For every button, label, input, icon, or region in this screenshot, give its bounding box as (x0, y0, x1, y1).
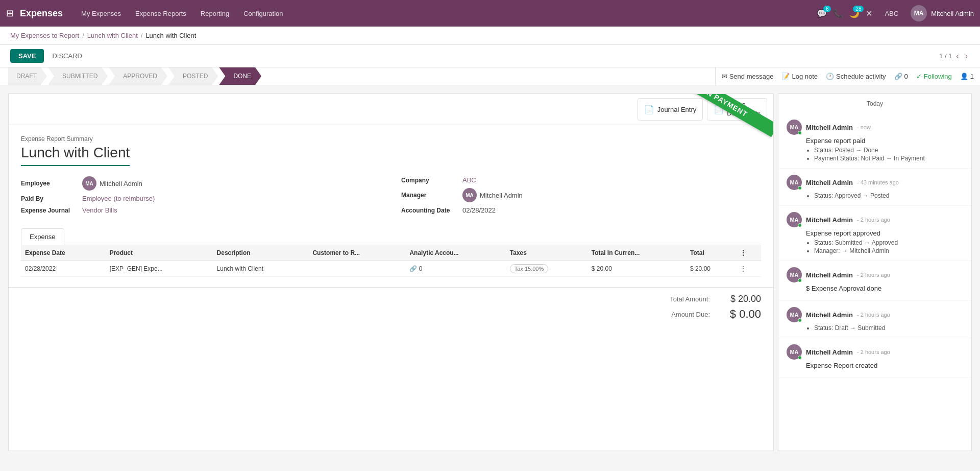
app-title[interactable]: Expenses (20, 8, 63, 19)
col-product: Product (106, 245, 213, 261)
chatter-text: $ Expense Approval done (806, 285, 963, 292)
save-button[interactable]: SAVE (10, 49, 44, 63)
chatter-details: Status: Submitted → Approved Manager: → … (806, 239, 963, 254)
chatter-message: MA Mitchell Admin - 2 hours ago $ Expens… (778, 261, 971, 301)
accounting-date-value: 02/28/2022 (462, 206, 496, 214)
chatter-panel: Today MA Mitchell Admin - now Expense re… (778, 93, 972, 451)
chatter-user-name: Mitchell Admin (806, 311, 853, 319)
chatter-avatar: MA (787, 175, 802, 190)
following-button[interactable]: ✓ Following (916, 73, 952, 80)
log-note-icon: 📝 (781, 73, 790, 80)
expense-journal-value[interactable]: Vendor Bills (82, 206, 117, 214)
attachments-count[interactable]: 🔗 0 (894, 73, 908, 80)
nav-reporting[interactable]: Reporting (194, 7, 235, 20)
close-icon[interactable]: ✕ (866, 9, 872, 18)
discard-button[interactable]: DISCARD (48, 49, 86, 63)
tabs: Expense (21, 228, 761, 245)
employee-value: MA Mitchell Admin (82, 176, 142, 191)
online-dot (798, 356, 802, 360)
manager-avatar: MA (462, 188, 477, 202)
accounting-date-field: Accounting Date 02/28/2022 (401, 206, 761, 214)
stage-draft[interactable]: DRAFT (8, 67, 47, 85)
action-bar-left: SAVE DISCARD (10, 49, 86, 63)
send-message-icon: ✉ (722, 73, 727, 80)
phone-icon[interactable]: 📞 (833, 9, 843, 18)
expense-table: Expense Date Product Description Custome… (21, 245, 761, 277)
chatter-time: - 2 hours ago (857, 272, 890, 278)
topnav-right: 💬 6 📞 🌙 28 ✕ ABC MA Mitchell Admin (817, 5, 974, 21)
chatter-message-header: MA Mitchell Admin - 2 hours ago (787, 267, 963, 282)
messages-badge: 6 (823, 6, 831, 12)
col-actions: ⋮ (736, 245, 761, 261)
breadcrumb-lunch-report[interactable]: Lunch with Client (87, 32, 138, 39)
nav-expense-reports[interactable]: Expense Reports (129, 7, 192, 20)
company-value[interactable]: ABC (462, 176, 476, 184)
col-total-currency: Total In Curren... (587, 245, 686, 261)
stage-posted[interactable]: POSTED (168, 67, 218, 85)
amount-due-row: Amount Due: $ 0.00 (649, 308, 761, 321)
row-menu[interactable]: ⋮ (736, 261, 761, 277)
chatter-avatar: MA (787, 120, 802, 135)
chatter-avatar: MA (787, 267, 802, 282)
table-row[interactable]: 02/28/2022 [EXP_GEN] Expe... Lunch with … (21, 261, 761, 277)
send-message-button[interactable]: ✉ Send message (722, 73, 774, 80)
chatter-text: Expense report paid (806, 137, 963, 145)
moon-icon[interactable]: 🌙 28 (849, 9, 860, 18)
journal-entry-button[interactable]: 📄 Journal Entry (638, 98, 703, 121)
amount-due-value: $ 0.00 (720, 308, 761, 321)
row-total: $ 20.00 (686, 261, 736, 277)
prev-button[interactable]: ‹ (954, 51, 961, 62)
form-subtitle: Expense Report Summary (21, 135, 761, 143)
employee-avatar: MA (82, 176, 96, 191)
paid-by-value[interactable]: Employee (to reimburse) (82, 195, 155, 202)
chatter-user-name: Mitchell Admin (806, 271, 853, 279)
col-customer: Customer to R... (308, 245, 405, 261)
nav-my-expenses[interactable]: My Expenses (75, 7, 127, 20)
stage-submitted[interactable]: SUBMITTED (48, 67, 108, 85)
row-analytic: 🔗 0 (405, 261, 505, 277)
stage-done[interactable]: DONE (219, 67, 261, 85)
chatter-message-header: MA Mitchell Admin - 2 hours ago (787, 307, 963, 322)
row-customer (308, 261, 405, 277)
action-bar: SAVE DISCARD 1 / 1 ‹ › (0, 45, 980, 67)
followers-count[interactable]: 👤 1 (960, 73, 974, 80)
log-note-button[interactable]: 📝 Log note (781, 73, 818, 80)
col-total: Total (686, 245, 736, 261)
nav-configuration[interactable]: Configuration (237, 7, 289, 20)
breadcrumb-my-expenses[interactable]: My Expenses to Report (10, 32, 79, 39)
chatter-message: MA Mitchell Admin - 43 minutes ago Statu… (778, 169, 971, 206)
chatter-time: - 43 minutes ago (857, 179, 899, 185)
tax-badge: Tax 15.00% (510, 264, 548, 273)
row-taxes: Tax 15.00% (506, 261, 587, 277)
messages-icon[interactable]: 💬 6 (817, 9, 827, 18)
next-button[interactable]: › (963, 51, 970, 62)
chatter-time: - now (857, 124, 871, 130)
total-amount-value: $ 20.00 (720, 294, 761, 304)
row-date: 02/28/2022 (21, 261, 106, 277)
stage-approved[interactable]: APPROVED (109, 67, 167, 85)
chatter-detail-item: Status: Submitted → Approved (814, 239, 963, 246)
user-menu[interactable]: MA Mitchell Admin (911, 5, 974, 21)
chatter-message: MA Mitchell Admin - 2 hours ago Status: … (778, 301, 971, 338)
chatter-detail-item: Status: Posted → Done (814, 147, 963, 154)
chatter-avatar: MA (787, 344, 802, 360)
apps-menu-icon[interactable]: ⊞ (6, 8, 14, 19)
manager-label: Manager (401, 192, 462, 199)
abc-label[interactable]: ABC (878, 7, 904, 20)
form-body: Expense Report Summary Lunch with Client… (9, 125, 773, 287)
pagination: 1 / 1 ‹ › (939, 51, 970, 62)
chatter-detail-item: Payment Status: Not Paid → In Payment (814, 155, 963, 162)
total-amount-label: Total Amount: (649, 295, 710, 303)
breadcrumb-sep1: / (82, 32, 84, 39)
tab-expense[interactable]: Expense (21, 228, 64, 245)
company-label: Company (401, 177, 462, 184)
paid-by-label: Paid By (21, 195, 82, 202)
company-field: Company ABC (401, 176, 761, 184)
chatter-detail-item: Manager: → Mitchell Admin (814, 247, 963, 254)
expense-journal-field: Expense Journal Vendor Bills (21, 206, 381, 214)
row-total-currency: $ 20.00 (587, 261, 686, 277)
online-dot (798, 131, 802, 135)
schedule-activity-button[interactable]: 🕐 Schedule activity (826, 73, 886, 80)
chatter-user-name: Mitchell Admin (806, 179, 853, 186)
manager-field: Manager MA Mitchell Admin (401, 188, 761, 202)
